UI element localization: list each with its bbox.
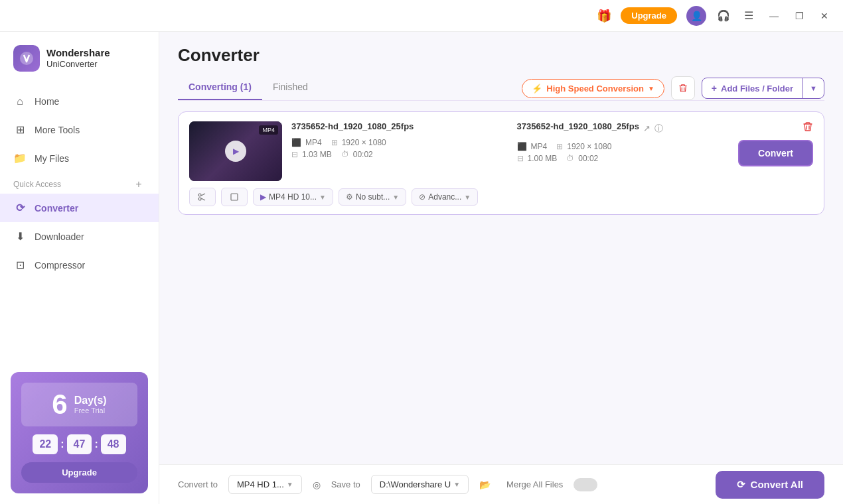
countdown-seconds: 48 [101, 434, 126, 454]
quick-access-add-button[interactable]: + [132, 178, 145, 191]
output-format-row: ⬛ MP4 ⊞ 1920 × 1080 [517, 142, 729, 151]
cut-tool-button[interactable] [189, 188, 216, 206]
convert-format-value: MP4 HD 1... [237, 479, 284, 489]
sidebar-item-home[interactable]: ⌂ Home [0, 88, 159, 115]
output-size-row: ⊟ 1.00 MB ⏱ 00:02 [517, 154, 729, 163]
source-filename: 3735652-hd_1920_1080_25fps [291, 121, 504, 131]
file-card-bottom: ▶ MP4 HD 10... ▼ ⚙ No subt... ▼ ⊘ Advanc… [179, 181, 824, 214]
days-display: 6 Day(s) Free Trial [21, 383, 137, 426]
sidebar-item-compressor[interactable]: ⊡ Compressor [0, 251, 159, 279]
source-format: MP4 [305, 138, 322, 147]
svg-point-2 [198, 198, 201, 200]
high-speed-button[interactable]: ⚡ High Speed Conversion ▼ [522, 79, 664, 98]
gift-icon[interactable]: 🎁 [597, 9, 611, 23]
file-area: ▶ MP4 3735652-hd_1920_1080_25fps ⬛ MP4 ⊞ [159, 101, 843, 464]
convert-to-dropdown[interactable]: MP4 HD 1... ▼ [228, 475, 302, 494]
size-icon: ⊟ [291, 150, 298, 159]
convert-all-button[interactable]: ⟳ Convert All [716, 471, 824, 499]
upgrade-trial-button[interactable]: Upgrade [21, 462, 137, 483]
tab-converting[interactable]: Converting (1) [178, 76, 262, 100]
convert-all-icon: ⟳ [737, 479, 745, 491]
logo-brand: Wondershare [46, 47, 110, 58]
bottom-bar: Convert to MP4 HD 1... ▼ ◎ Save to D:\Wo… [159, 464, 843, 504]
convert-button[interactable]: Convert [738, 140, 813, 166]
source-size-row: ⊟ 1.03 MB ⏱ 00:02 [291, 150, 504, 159]
sidebar-item-label: My Files [35, 153, 69, 164]
sidebar-item-label: Compressor [35, 260, 85, 271]
subtitle-select-dropdown[interactable]: ⚙ No subt... ▼ [339, 188, 406, 206]
my-files-icon: 📁 [13, 152, 27, 164]
quick-access-section: Quick Access + [0, 172, 159, 194]
video-icon: ▶ [260, 192, 266, 202]
target-icon[interactable]: ◎ [313, 479, 321, 490]
chevron-down-icon: ▼ [287, 481, 293, 488]
avatar[interactable]: 👤 [686, 6, 706, 26]
plus-icon: + [712, 83, 717, 94]
chevron-down-icon: ▼ [319, 194, 326, 201]
sidebar-item-downloader[interactable]: ⬇ Downloader [0, 222, 159, 251]
play-button[interactable]: ▶ [225, 141, 246, 162]
file-thumbnail: ▶ MP4 [189, 121, 282, 181]
delete-file-button[interactable] [803, 121, 813, 135]
advanced-select-dropdown[interactable]: ⊘ Advanc... ▼ [412, 188, 478, 206]
format-select-dropdown[interactable]: ▶ MP4 HD 10... ▼ [253, 188, 333, 206]
merge-all-label: Merge All Files [506, 479, 563, 489]
tabs-row: Converting (1) Finished ⚡ High Speed Con… [178, 76, 824, 100]
menu-icon[interactable]: ☰ [741, 8, 757, 24]
file-info: 3735652-hd_1920_1080_25fps ⬛ MP4 ⊞ 1920 … [291, 121, 729, 163]
output-size-icon: ⊟ [517, 154, 524, 163]
add-files-dropdown-arrow[interactable]: ▼ [803, 80, 824, 97]
scissors-icon [198, 192, 207, 202]
crop-tool-button[interactable] [221, 188, 248, 206]
add-files-button[interactable]: + Add Files / Folder ▼ [702, 78, 824, 99]
sidebar: Wondershare UniConverter ⌂ Home ⊞ More T… [0, 32, 159, 504]
format-badge: MP4 [259, 125, 278, 135]
close-button[interactable]: ✕ [816, 8, 832, 24]
home-icon: ⌂ [13, 95, 27, 107]
lightning-icon: ⚡ [532, 84, 542, 94]
titlebar-actions: 🎁 Upgrade 👤 🎧 ☰ — ❐ ✕ [597, 6, 832, 26]
duration-icon: ⏱ [341, 150, 349, 159]
converter-icon: ⟳ [13, 202, 27, 214]
source-duration: 00:02 [353, 150, 373, 159]
minimize-button[interactable]: — [766, 8, 782, 24]
output-size: 1.00 MB [528, 154, 558, 163]
sidebar-item-more-tools[interactable]: ⊞ More Tools [0, 115, 159, 144]
content-area: Converter Converting (1) Finished ⚡ High… [159, 32, 843, 504]
sidebar-item-converter[interactable]: ⟳ Converter [0, 194, 159, 222]
merge-toggle[interactable] [574, 478, 597, 491]
maximize-button[interactable]: ❐ [791, 8, 807, 24]
info-icon[interactable]: ⓘ [654, 123, 663, 135]
output-filename: 3735652-hd_1920_1080_25fps [517, 121, 639, 131]
compressor-icon: ⊡ [13, 259, 27, 271]
chevron-down-icon: ▼ [810, 84, 817, 92]
resolution-icon: ⊞ [331, 138, 338, 147]
downloader-icon: ⬇ [13, 230, 27, 243]
source-info-col: 3735652-hd_1920_1080_25fps ⬛ MP4 ⊞ 1920 … [291, 121, 504, 163]
headset-icon[interactable]: 🎧 [716, 8, 731, 24]
day-text: Day(s) [74, 395, 107, 407]
svg-rect-3 [231, 194, 238, 200]
upgrade-button[interactable]: Upgrade [621, 7, 677, 24]
chevron-down-icon: ▼ [464, 194, 471, 201]
tabs: Converting (1) Finished [178, 76, 319, 100]
output-info-col: 3735652-hd_1920_1080_25fps ↗ ⓘ ⬛ MP4 ⊞ [517, 121, 729, 163]
output-format: MP4 [531, 142, 548, 151]
add-files-main[interactable]: + Add Files / Folder [702, 78, 803, 98]
chevron-down-icon: ▼ [453, 481, 460, 488]
output-resolution-icon: ⊞ [556, 142, 563, 151]
file-card: ▶ MP4 3735652-hd_1920_1080_25fps ⬛ MP4 ⊞ [178, 111, 824, 215]
external-link-icon[interactable]: ↗ [643, 123, 651, 133]
chevron-down-icon: ▼ [648, 85, 654, 92]
main-layout: Wondershare UniConverter ⌂ Home ⊞ More T… [0, 32, 843, 504]
chevron-down-icon: ▼ [392, 194, 399, 201]
sidebar-item-my-files[interactable]: 📁 My Files [0, 144, 159, 172]
logo-area: Wondershare UniConverter [0, 32, 159, 88]
output-filename-row: 3735652-hd_1920_1080_25fps ↗ ⓘ [517, 121, 729, 135]
save-path-dropdown[interactable]: D:\Wondershare U ▼ [371, 475, 469, 494]
delete-all-button[interactable] [671, 76, 695, 100]
folder-open-icon[interactable]: 📂 [479, 479, 491, 490]
tab-finished[interactable]: Finished [262, 76, 319, 100]
days-number: 6 [52, 391, 67, 418]
trial-box: 6 Day(s) Free Trial 22 : 47 : 48 Upgrade [11, 372, 148, 493]
